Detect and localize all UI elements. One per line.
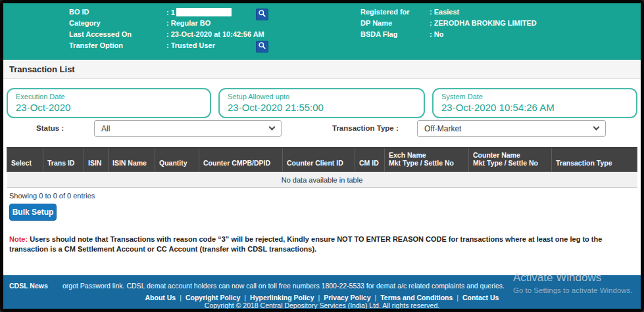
transaction-type-label: Transaction Type : xyxy=(332,124,399,132)
col-transaction-type[interactable]: Transaction Type xyxy=(552,148,637,172)
footer: CDSL News orgot Password link. CDSL dema… xyxy=(3,275,641,309)
empty-message: No data available in table xyxy=(7,172,637,188)
link-copyright-policy[interactable]: Copyright Policy xyxy=(186,294,240,301)
transaction-type-select[interactable]: Off-Market xyxy=(417,120,606,137)
bo-id-row: BO ID : 1 xyxy=(69,8,166,17)
table-header-row: Select Trans ID ISIN ISIN Name Quantity … xyxy=(7,148,637,172)
redacted-bo-id xyxy=(176,8,232,16)
search-icon xyxy=(258,9,266,20)
bo-id-search-button[interactable] xyxy=(256,9,268,20)
footer-links: About Us|Copyright Policy|Hyperlinking P… xyxy=(3,294,641,301)
news-ticker: orgot Password link. CDSL demat account … xyxy=(62,282,505,290)
page-title: Transaction List xyxy=(3,60,641,79)
bsda-flag-row: BSDA Flag : No xyxy=(360,30,430,39)
system-date-value: 23-Oct-2020 10:54:26 AM xyxy=(441,102,628,113)
system-date-box: System Date 23-Oct-2020 10:54:26 AM xyxy=(432,88,637,118)
copyright-text: Copyright © 2018 Central Depository Serv… xyxy=(3,301,641,309)
registered-for-row: Registered for : Easiest xyxy=(360,8,430,17)
registered-for-label: Registered for xyxy=(360,8,430,16)
dp-name-value: : ZERODHA BROKING LIMITED xyxy=(430,19,537,27)
dp-name-label: DP Name xyxy=(360,19,430,27)
col-trans-id[interactable]: Trans ID xyxy=(43,148,84,172)
category-label: Category xyxy=(69,19,166,27)
col-quantity[interactable]: Quantity xyxy=(155,148,199,172)
link-terms-and-conditions[interactable]: Terms and Conditions xyxy=(380,294,453,301)
setup-allowed-box: Setup Allowed upto 23-Oct-2020 21:55:00 xyxy=(218,88,425,118)
col-cm-id[interactable]: CM ID xyxy=(355,148,385,172)
transfer-option-value: : Trusted User xyxy=(166,41,215,49)
chevron-down-icon xyxy=(269,124,276,131)
cdsl-news-label: CDSL News xyxy=(9,282,48,290)
transfer-option-row: Transfer Option : Trusted User xyxy=(69,41,166,51)
col-counter-client-id[interactable]: Counter Client ID xyxy=(283,148,355,172)
link-contact-us[interactable]: Contact Us xyxy=(462,294,499,301)
empty-row: No data available in table xyxy=(7,172,637,188)
execution-date-label: Execution Date xyxy=(16,93,202,100)
col-isin-name[interactable]: ISIN Name xyxy=(109,148,155,172)
bsda-flag-label: BSDA Flag xyxy=(360,30,430,38)
transactions-table: Select Trans ID ISIN ISIN Name Quantity … xyxy=(7,147,637,188)
bo-id-value: : 1 xyxy=(166,8,232,16)
note-prefix: Note: xyxy=(9,235,28,243)
setup-allowed-label: Setup Allowed upto xyxy=(228,93,416,100)
link-privacy-policy[interactable]: Privacy Policy xyxy=(324,294,370,301)
col-counter-cmpb-dpid[interactable]: Counter CMPB/DPID xyxy=(199,148,283,172)
category-value: : Regular BO xyxy=(166,19,211,27)
system-date-label: System Date xyxy=(441,93,628,100)
last-accessed-label: Last Accessed On xyxy=(69,30,166,38)
app-window: BO ID : 1 Category : Regular BO Last Acc… xyxy=(0,0,644,312)
setup-allowed-value: 23-Oct-2020 21:55:00 xyxy=(228,102,416,113)
execution-date-box: Execution Date 23-Oct-2020 xyxy=(7,88,211,118)
last-accessed-value: : 23-Oct-2020 at 10:42:56 AM xyxy=(166,30,264,38)
bsda-flag-value: : No xyxy=(430,30,443,38)
transfer-option-search-button[interactable] xyxy=(256,41,268,53)
transfer-option-label: Transfer Option xyxy=(69,41,166,49)
dp-name-row: DP Name : ZERODHA BROKING LIMITED xyxy=(360,19,430,28)
col-isin[interactable]: ISIN xyxy=(84,148,109,172)
execution-date-value: 23-Oct-2020 xyxy=(16,102,202,113)
last-accessed-row: Last Accessed On : 23-Oct-2020 at 10:42:… xyxy=(69,30,166,39)
status-select[interactable]: All xyxy=(94,120,282,137)
registered-for-value: : Easiest xyxy=(430,8,459,16)
status-selected-value: All xyxy=(101,124,270,133)
bo-id-label: BO ID xyxy=(69,8,166,16)
account-header: BO ID : 1 Category : Regular BO Last Acc… xyxy=(3,3,641,60)
note-body: Users should note that Transactions with… xyxy=(9,235,602,253)
status-label: Status : xyxy=(36,124,64,132)
link-hyperlinking-policy[interactable]: Hyperlinking Policy xyxy=(250,294,314,301)
entries-summary: Showing 0 to 0 of 0 entries xyxy=(9,192,95,200)
col-select[interactable]: Select xyxy=(7,148,43,172)
search-icon xyxy=(258,41,266,53)
col-exch-name[interactable]: Exch NameMkt Type / Settle No xyxy=(385,148,469,172)
note-text: Note: Users should note that Transaction… xyxy=(9,234,635,254)
transaction-type-selected-value: Off-Market xyxy=(424,124,594,133)
chevron-down-icon xyxy=(593,124,600,131)
category-row: Category : Regular BO xyxy=(69,19,166,28)
bulk-setup-button[interactable]: Bulk Setup xyxy=(9,204,57,221)
col-counter-name[interactable]: Counter NameMkt Type / Settle No xyxy=(469,148,552,172)
link-about-us[interactable]: About Us xyxy=(145,294,176,301)
